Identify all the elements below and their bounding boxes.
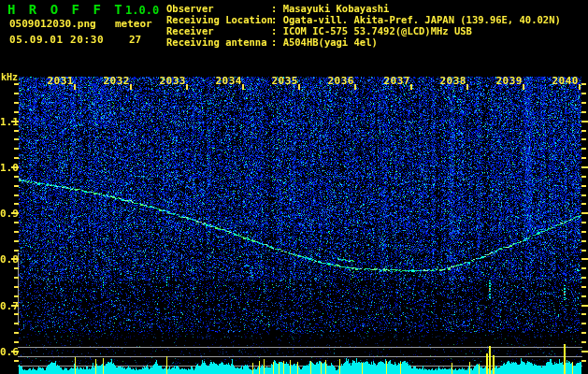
x-axis-time-label: 2040: [552, 75, 579, 87]
antenna-row: Receiving antenna: A504HB(yagi 4el): [166, 36, 561, 48]
spectrogram-canvas: [0, 0, 588, 374]
x-axis-time-label: 2037: [383, 75, 410, 87]
antenna-value: A504HB(yagi 4el): [283, 36, 378, 48]
x-axis-time-label: 2036: [327, 75, 354, 87]
location-row: Receiving Location: Ogata-vill. Akita-Pr…: [166, 14, 561, 25]
antenna-separator: :: [271, 36, 283, 48]
station-info: Observer: Masayuki Kobayashi Receiving L…: [166, 3, 561, 48]
observer-label: Observer: [166, 3, 271, 14]
observer-separator: :: [271, 3, 283, 14]
mode-label: meteor: [115, 18, 152, 30]
y-axis-label: 0.6: [0, 346, 13, 358]
receiver-row: Receiver: ICOM IC-575 53.7492(@LCD)MHz U…: [166, 25, 561, 36]
observer-value: Masayuki Kobayashi: [283, 3, 390, 14]
app-title: H R O F F T: [7, 2, 125, 17]
hrofft-screen: H R O F F T 1.0.0 0509012030.png meteor …: [0, 0, 588, 374]
meteor-count: 27: [129, 34, 141, 46]
y-axis-label: 0.7: [0, 300, 13, 312]
observer-row: Observer: Masayuki Kobayashi: [166, 3, 561, 14]
x-axis-time-label: 2039: [495, 75, 523, 87]
receiver-label: Receiver: [166, 25, 271, 36]
location-value: Ogata-vill. Akita-Pref. JAPAN (139.96E, …: [283, 14, 561, 25]
receiver-separator: :: [271, 25, 283, 36]
x-axis-time-label: 2038: [439, 75, 466, 87]
x-axis-time-label: 2032: [103, 75, 130, 87]
y-axis-label: 1.0: [0, 162, 13, 174]
y-axis-label: 0.8: [0, 253, 13, 266]
y-axis-label: 1.1: [0, 116, 13, 128]
x-axis-time-label: 2033: [159, 75, 186, 87]
x-axis-time-label: 2034: [215, 75, 242, 87]
location-label: Receiving Location: [166, 14, 271, 25]
y-axis-label: 0.9: [0, 208, 13, 220]
location-separator: :: [271, 14, 283, 25]
x-axis-time-label: 2035: [271, 75, 298, 87]
app-version: 1.0.0: [125, 4, 159, 17]
observation-datetime: 05.09.01 20:30: [9, 34, 104, 46]
output-filename: 0509012030.png: [9, 18, 96, 30]
antenna-label: Receiving antenna: [166, 36, 271, 48]
y-axis-unit: kHz: [1, 72, 18, 82]
receiver-value: ICOM IC-575 53.7492(@LCD)MHz USB: [283, 25, 472, 36]
x-axis-time-label: 2031: [47, 75, 74, 87]
